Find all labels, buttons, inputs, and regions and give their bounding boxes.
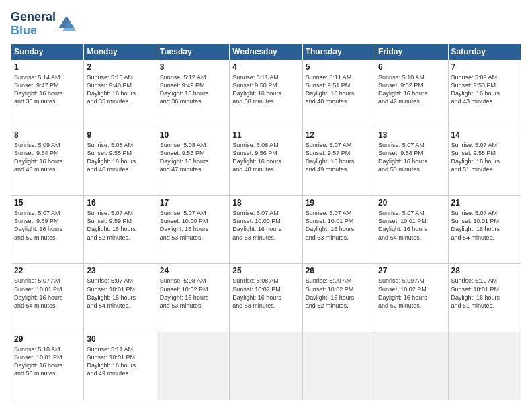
day-number: 1 bbox=[14, 62, 81, 72]
day-number: 4 bbox=[232, 62, 299, 72]
calendar-cell: 20Sunrise: 5:07 AM Sunset: 10:01 PM Dayl… bbox=[375, 196, 448, 264]
weekday-header: Wednesday bbox=[230, 43, 302, 60]
calendar-cell: 6Sunrise: 5:10 AM Sunset: 9:52 PM Daylig… bbox=[375, 60, 448, 128]
day-info: Sunrise: 5:09 AM Sunset: 10:02 PM Daylig… bbox=[378, 277, 445, 310]
calendar-cell: 4Sunrise: 5:11 AM Sunset: 9:50 PM Daylig… bbox=[230, 60, 302, 128]
calendar-cell: 15Sunrise: 5:07 AM Sunset: 9:59 PM Dayli… bbox=[11, 196, 84, 264]
day-number: 25 bbox=[232, 266, 299, 275]
day-number: 9 bbox=[87, 130, 153, 140]
calendar-cell: 25Sunrise: 5:08 AM Sunset: 10:02 PM Dayl… bbox=[230, 264, 302, 332]
calendar-cell: 16Sunrise: 5:07 AM Sunset: 9:59 PM Dayli… bbox=[84, 196, 157, 264]
day-number: 6 bbox=[378, 62, 445, 72]
day-info: Sunrise: 5:07 AM Sunset: 10:01 PM Daylig… bbox=[87, 277, 153, 310]
calendar-cell: 13Sunrise: 5:07 AM Sunset: 9:58 PM Dayli… bbox=[375, 128, 448, 195]
calendar-cell: 1Sunrise: 5:14 AM Sunset: 9:47 PM Daylig… bbox=[11, 60, 84, 128]
day-number: 12 bbox=[306, 130, 372, 140]
day-number: 28 bbox=[451, 266, 518, 275]
calendar-table: SundayMondayTuesdayWednesdayThursdayFrid… bbox=[11, 43, 521, 400]
day-info: Sunrise: 5:11 AM Sunset: 9:50 PM Dayligh… bbox=[232, 73, 299, 106]
day-info: Sunrise: 5:07 AM Sunset: 10:01 PM Daylig… bbox=[378, 209, 445, 242]
day-number: 23 bbox=[87, 266, 153, 275]
calendar-cell: 28Sunrise: 5:10 AM Sunset: 10:01 PM Dayl… bbox=[448, 264, 521, 332]
day-number: 17 bbox=[160, 198, 226, 208]
day-number: 2 bbox=[87, 62, 153, 72]
calendar-cell: 30Sunrise: 5:11 AM Sunset: 10:01 PM Dayl… bbox=[84, 332, 157, 400]
day-number: 14 bbox=[451, 130, 518, 140]
calendar-cell bbox=[302, 332, 375, 400]
day-number: 24 bbox=[160, 266, 226, 275]
day-number: 27 bbox=[378, 266, 445, 275]
day-number: 20 bbox=[378, 198, 445, 208]
day-number: 5 bbox=[306, 62, 372, 72]
day-info: Sunrise: 5:08 AM Sunset: 9:56 PM Dayligh… bbox=[160, 141, 226, 174]
calendar-cell: 26Sunrise: 5:09 AM Sunset: 10:02 PM Dayl… bbox=[302, 264, 375, 332]
calendar-cell: 27Sunrise: 5:09 AM Sunset: 10:02 PM Dayl… bbox=[375, 264, 448, 332]
calendar-cell: 12Sunrise: 5:07 AM Sunset: 9:57 PM Dayli… bbox=[302, 128, 375, 195]
day-info: Sunrise: 5:10 AM Sunset: 10:01 PM Daylig… bbox=[14, 345, 81, 378]
day-number: 30 bbox=[87, 334, 153, 344]
day-info: Sunrise: 5:07 AM Sunset: 9:58 PM Dayligh… bbox=[378, 141, 445, 174]
calendar-cell: 29Sunrise: 5:10 AM Sunset: 10:01 PM Dayl… bbox=[11, 332, 84, 400]
calendar-cell: 24Sunrise: 5:08 AM Sunset: 10:02 PM Dayl… bbox=[157, 264, 229, 332]
day-info: Sunrise: 5:11 AM Sunset: 10:01 PM Daylig… bbox=[87, 345, 153, 378]
day-info: Sunrise: 5:13 AM Sunset: 9:48 PM Dayligh… bbox=[87, 73, 153, 106]
day-info: Sunrise: 5:09 AM Sunset: 9:54 PM Dayligh… bbox=[14, 141, 81, 174]
day-number: 16 bbox=[87, 198, 153, 208]
day-number: 22 bbox=[14, 266, 81, 275]
calendar-cell: 2Sunrise: 5:13 AM Sunset: 9:48 PM Daylig… bbox=[84, 60, 157, 128]
calendar-cell: 9Sunrise: 5:08 AM Sunset: 9:55 PM Daylig… bbox=[84, 128, 157, 195]
calendar-cell: 5Sunrise: 5:11 AM Sunset: 9:51 PM Daylig… bbox=[302, 60, 375, 128]
day-info: Sunrise: 5:12 AM Sunset: 9:49 PM Dayligh… bbox=[160, 73, 226, 106]
day-info: Sunrise: 5:07 AM Sunset: 9:58 PM Dayligh… bbox=[451, 141, 518, 174]
calendar-cell: 3Sunrise: 5:12 AM Sunset: 9:49 PM Daylig… bbox=[157, 60, 229, 128]
logo: GeneralBlue bbox=[11, 11, 76, 38]
logo-icon bbox=[57, 15, 76, 34]
day-info: Sunrise: 5:08 AM Sunset: 9:56 PM Dayligh… bbox=[232, 141, 299, 174]
day-info: Sunrise: 5:10 AM Sunset: 9:52 PM Dayligh… bbox=[378, 73, 445, 106]
day-number: 29 bbox=[14, 334, 81, 344]
calendar-cell: 23Sunrise: 5:07 AM Sunset: 10:01 PM Dayl… bbox=[84, 264, 157, 332]
day-info: Sunrise: 5:07 AM Sunset: 10:01 PM Daylig… bbox=[306, 209, 372, 242]
calendar-header: GeneralBlue bbox=[11, 11, 521, 38]
calendar-week-row: 22Sunrise: 5:07 AM Sunset: 10:01 PM Dayl… bbox=[11, 264, 521, 332]
calendar-cell: 10Sunrise: 5:08 AM Sunset: 9:56 PM Dayli… bbox=[157, 128, 229, 195]
day-number: 11 bbox=[232, 130, 299, 140]
calendar-week-row: 1Sunrise: 5:14 AM Sunset: 9:47 PM Daylig… bbox=[11, 60, 521, 128]
day-number: 8 bbox=[14, 130, 81, 140]
day-info: Sunrise: 5:11 AM Sunset: 9:51 PM Dayligh… bbox=[306, 73, 372, 106]
calendar-cell: 17Sunrise: 5:07 AM Sunset: 10:00 PM Dayl… bbox=[157, 196, 229, 264]
weekday-header: Friday bbox=[375, 43, 448, 60]
calendar-cell: 11Sunrise: 5:08 AM Sunset: 9:56 PM Dayli… bbox=[230, 128, 302, 195]
calendar-cell: 18Sunrise: 5:07 AM Sunset: 10:00 PM Dayl… bbox=[230, 196, 302, 264]
calendar-cell bbox=[448, 332, 521, 400]
calendar-cell: 7Sunrise: 5:09 AM Sunset: 9:53 PM Daylig… bbox=[448, 60, 521, 128]
calendar-cell bbox=[375, 332, 448, 400]
day-number: 7 bbox=[451, 62, 518, 72]
weekday-header: Saturday bbox=[448, 43, 521, 60]
day-info: Sunrise: 5:08 AM Sunset: 10:02 PM Daylig… bbox=[160, 277, 226, 310]
day-info: Sunrise: 5:07 AM Sunset: 9:59 PM Dayligh… bbox=[14, 209, 81, 242]
day-info: Sunrise: 5:07 AM Sunset: 9:57 PM Dayligh… bbox=[306, 141, 372, 174]
day-number: 19 bbox=[306, 198, 372, 208]
weekday-header: Monday bbox=[84, 43, 157, 60]
calendar-cell: 22Sunrise: 5:07 AM Sunset: 10:01 PM Dayl… bbox=[11, 264, 84, 332]
calendar-week-row: 29Sunrise: 5:10 AM Sunset: 10:01 PM Dayl… bbox=[11, 332, 521, 400]
day-number: 21 bbox=[451, 198, 518, 208]
calendar-cell: 21Sunrise: 5:07 AM Sunset: 10:01 PM Dayl… bbox=[448, 196, 521, 264]
day-info: Sunrise: 5:07 AM Sunset: 10:00 PM Daylig… bbox=[232, 209, 299, 242]
day-info: Sunrise: 5:09 AM Sunset: 9:53 PM Dayligh… bbox=[451, 73, 518, 106]
day-info: Sunrise: 5:08 AM Sunset: 10:02 PM Daylig… bbox=[232, 277, 299, 310]
calendar-week-row: 8Sunrise: 5:09 AM Sunset: 9:54 PM Daylig… bbox=[11, 128, 521, 195]
day-info: Sunrise: 5:09 AM Sunset: 10:02 PM Daylig… bbox=[306, 277, 372, 310]
day-number: 15 bbox=[14, 198, 81, 208]
calendar-cell: 19Sunrise: 5:07 AM Sunset: 10:01 PM Dayl… bbox=[302, 196, 375, 264]
calendar-cell: 14Sunrise: 5:07 AM Sunset: 9:58 PM Dayli… bbox=[448, 128, 521, 195]
day-info: Sunrise: 5:07 AM Sunset: 9:59 PM Dayligh… bbox=[87, 209, 153, 242]
day-number: 13 bbox=[378, 130, 445, 140]
day-info: Sunrise: 5:10 AM Sunset: 10:01 PM Daylig… bbox=[451, 277, 518, 310]
day-number: 3 bbox=[160, 62, 226, 72]
day-info: Sunrise: 5:07 AM Sunset: 10:00 PM Daylig… bbox=[160, 209, 226, 242]
weekday-header: Sunday bbox=[11, 43, 84, 60]
calendar-header-row: SundayMondayTuesdayWednesdayThursdayFrid… bbox=[11, 43, 521, 60]
weekday-header: Thursday bbox=[302, 43, 375, 60]
